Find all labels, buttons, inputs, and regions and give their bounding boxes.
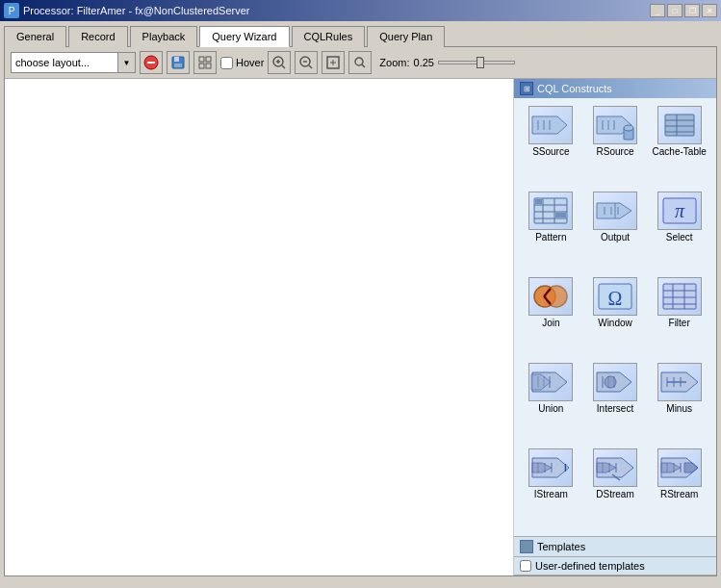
maximize-button[interactable]: □ [667, 4, 682, 17]
layout-select[interactable]: choose layout... ▼ [11, 52, 136, 73]
svg-point-72 [605, 376, 616, 388]
layout-select-arrow[interactable]: ▼ [117, 53, 135, 72]
user-templates-label: User-defined templates [535, 560, 645, 572]
tab-general[interactable]: General [4, 26, 66, 47]
panel-header-icon: ⊞ [520, 82, 533, 95]
svg-rect-31 [665, 115, 694, 136]
construct-dstream[interactable]: DStream [584, 447, 647, 530]
construct-intersect[interactable]: Intersect [584, 361, 647, 445]
templates-section[interactable]: Templates [514, 537, 716, 557]
svg-line-14 [309, 65, 312, 68]
templates-label: Templates [537, 541, 585, 552]
pattern-label: Pattern [535, 232, 566, 243]
svg-line-10 [282, 65, 285, 68]
search-button[interactable] [348, 51, 372, 74]
construct-window[interactable]: Ω Window [584, 275, 647, 359]
window-title: Processor: FilterAmer - fx@NonClusteredS… [23, 5, 250, 16]
output-label: Output [601, 232, 630, 243]
svg-text:Ω: Ω [608, 288, 623, 309]
construct-rstream[interactable]: RStream [648, 447, 710, 530]
user-templates-checkbox[interactable] [520, 560, 531, 572]
app-icon: P [4, 3, 19, 18]
construct-filter[interactable]: Filter [648, 275, 710, 359]
tab-record[interactable]: Record [68, 26, 127, 47]
svg-rect-7 [199, 64, 204, 68]
svg-rect-6 [206, 57, 211, 62]
construct-pattern[interactable]: Pattern [520, 190, 582, 273]
tab-cqlrules[interactable]: CQLRules [292, 26, 366, 47]
zoom-value: 0.25 [414, 57, 434, 68]
construct-rsource[interactable]: RSource [584, 104, 647, 188]
main-content: choose layout... ▼ Hover [4, 46, 717, 576]
tab-query-wizard[interactable]: Query Wizard [199, 26, 289, 47]
zoom-in-button[interactable] [268, 51, 291, 74]
zoom-slider[interactable] [438, 61, 515, 64]
tab-query-plan[interactable]: Query Plan [367, 26, 445, 47]
select-label: Select [666, 232, 693, 243]
window-label: Window [598, 318, 632, 328]
tab-playback[interactable]: Playback [130, 26, 198, 47]
workspace: ⊞ CQL Constructs SSource [5, 79, 716, 575]
user-templates-section[interactable]: User-defined templates [514, 557, 716, 575]
ssource-label: SSource [532, 146, 569, 157]
cql-constructs-title: CQL Constructs [537, 83, 612, 94]
dstream-label: DStream [596, 489, 633, 499]
hover-checkbox[interactable]: Hover [220, 57, 264, 69]
constructs-grid: SSource RSource [514, 98, 716, 536]
svg-point-30 [624, 125, 633, 131]
svg-text:I: I [564, 463, 567, 473]
minus-label: Minus [666, 403, 692, 414]
join-label: Join [542, 318, 559, 328]
title-bar: P Processor: FilterAmer - fx@NonClustere… [0, 0, 721, 21]
tab-bar: General Record Playback Query Wizard CQL… [0, 21, 721, 46]
union-label: Union [538, 403, 563, 414]
cachetable-label: Cache-Table [653, 146, 707, 157]
svg-rect-8 [206, 64, 211, 68]
construct-istream[interactable]: I IStream [520, 447, 582, 530]
restore-button[interactable]: ❐ [684, 4, 700, 17]
filter-label: Filter [669, 318, 690, 328]
istream-label: IStream [534, 489, 568, 499]
layout-select-text: choose layout... [12, 57, 117, 68]
svg-marker-44 [597, 203, 631, 218]
svg-marker-95 [684, 463, 698, 473]
rstream-label: RStream [660, 489, 698, 499]
svg-rect-57 [663, 284, 696, 309]
canvas-area[interactable] [5, 79, 514, 575]
zoom-out-button[interactable] [295, 51, 318, 74]
construct-ssource[interactable]: SSource [520, 104, 582, 188]
rsource-label: RSource [597, 146, 634, 157]
toolbar: choose layout... ▼ Hover [5, 47, 716, 79]
zoom-slider-thumb[interactable] [476, 57, 484, 68]
svg-point-52 [546, 286, 567, 307]
fit-button[interactable] [322, 51, 345, 74]
svg-rect-5 [199, 57, 204, 62]
svg-line-20 [362, 64, 365, 67]
templates-icon [520, 540, 533, 553]
hover-label: Hover [236, 57, 264, 68]
bottom-panel: Templates User-defined templates [514, 536, 716, 575]
svg-rect-4 [174, 64, 182, 67]
zoom-label: Zoom: [379, 57, 409, 68]
construct-cachetable[interactable]: Cache-Table [648, 104, 710, 188]
grid-button[interactable] [193, 51, 217, 74]
save-button[interactable] [167, 51, 190, 74]
construct-join[interactable]: Join [520, 275, 582, 359]
svg-rect-43 [555, 213, 566, 217]
svg-text:π: π [675, 200, 685, 221]
minimize-button[interactable]: _ [650, 4, 665, 17]
close-button[interactable]: ✕ [702, 4, 717, 17]
right-panel: ⊞ CQL Constructs SSource [514, 79, 716, 575]
construct-output[interactable]: Output [584, 190, 647, 273]
construct-union[interactable]: Union [520, 361, 582, 445]
svg-point-19 [355, 58, 363, 65]
intersect-label: Intersect [597, 403, 633, 414]
svg-rect-3 [174, 57, 179, 62]
construct-select[interactable]: π Select [648, 190, 710, 273]
zoom-area: Zoom: 0.25 [379, 57, 515, 68]
cql-constructs-header: ⊞ CQL Constructs [514, 79, 716, 98]
construct-minus[interactable]: Minus [648, 361, 710, 445]
svg-rect-42 [535, 199, 542, 204]
delete-button[interactable] [140, 51, 163, 74]
